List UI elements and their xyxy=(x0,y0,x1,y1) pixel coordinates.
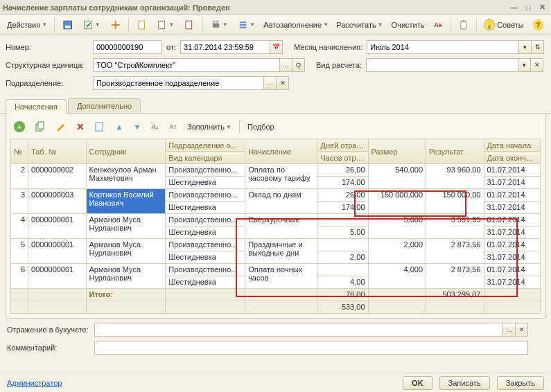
doc3-icon[interactable] xyxy=(180,17,198,33)
list-icon[interactable]: ▼ xyxy=(234,17,259,33)
calctype-dropdown-icon[interactable]: ▾ xyxy=(518,58,531,72)
svg-rect-12 xyxy=(96,123,103,131)
calendar-icon[interactable]: 📅 xyxy=(270,40,283,54)
month-label: Месяц начисления: xyxy=(294,43,362,51)
grid-panel: + ✕ ▲ ▼ A↓ A↑ Заполнить▼ Подбор № Таб. №… xyxy=(6,114,545,319)
calctype-input[interactable] xyxy=(366,58,518,72)
calctype-label: Вид расчета: xyxy=(316,61,362,69)
titlebar: Начисление зарплаты сотрудникам организа… xyxy=(0,0,551,15)
close-button[interactable]: Закрыть xyxy=(497,376,544,390)
select-button[interactable]: Подбор xyxy=(244,119,278,134)
add-icon[interactable]: + xyxy=(10,119,28,134)
save-icon[interactable] xyxy=(59,17,76,33)
comment-label: Комментарий: xyxy=(7,344,90,352)
clear-button[interactable]: Очистить xyxy=(388,17,427,33)
col-hours[interactable]: Часов отра... xyxy=(317,152,368,164)
down-icon[interactable]: ▼ xyxy=(130,119,145,134)
table-row[interactable]: 40000000001Арманов Муса НурлановичПроизв… xyxy=(11,214,541,226)
svg-rect-1 xyxy=(65,25,71,28)
svg-rect-5 xyxy=(186,21,192,29)
tab-additional[interactable]: Дополнительно xyxy=(68,98,141,113)
dept-lookup-icon[interactable]: … xyxy=(264,76,277,90)
dept-input[interactable] xyxy=(93,76,264,90)
minimize-icon[interactable]: — xyxy=(508,2,521,13)
acct-clear-icon[interactable]: ✕ xyxy=(516,323,528,337)
accruals-table[interactable]: № Таб. № Сотрудник Подразделение о... На… xyxy=(10,139,541,314)
edit-icon[interactable] xyxy=(52,119,70,134)
maximize-icon[interactable]: □ xyxy=(522,2,534,13)
fill-menu[interactable]: Заполнить▼ xyxy=(184,119,235,134)
autofill-menu[interactable]: Автозаполнение▼ xyxy=(261,17,331,33)
col-dend[interactable]: Дата оконч... xyxy=(484,152,541,164)
footer-fields: Отражение в бухучете: …✕ Комментарий: xyxy=(0,319,551,363)
bottom-bar: Администратор OK Записать Закрыть xyxy=(0,373,551,392)
date-input[interactable] xyxy=(180,40,270,54)
calc-menu[interactable]: Рассчитать▼ xyxy=(333,17,385,33)
col-n[interactable]: № xyxy=(11,139,28,164)
tab-accruals[interactable]: Начисления xyxy=(6,99,67,114)
up-icon[interactable]: ▲ xyxy=(112,119,127,134)
acct-label: Отражение в бухучете: xyxy=(7,326,90,334)
doc2-icon[interactable]: ▼ xyxy=(153,17,177,33)
sort-desc-icon[interactable]: A↑ xyxy=(166,119,181,134)
doc1-icon[interactable] xyxy=(133,17,150,33)
post-icon[interactable]: ▼ xyxy=(80,17,104,33)
calctype-clear-icon[interactable]: ✕ xyxy=(531,58,543,72)
org-lookup-icon[interactable]: … xyxy=(280,58,292,72)
move-icon[interactable] xyxy=(107,17,124,33)
clipboard-icon[interactable] xyxy=(455,17,472,33)
ak-icon[interactable]: Ак xyxy=(430,17,446,33)
close-icon[interactable]: ✕ xyxy=(536,2,548,13)
totals-hours: 533,00 xyxy=(317,301,368,314)
number-label: Номер: xyxy=(6,43,89,51)
month-spinner-icon[interactable]: ⇅ xyxy=(532,40,544,54)
col-cal[interactable]: Вид календаря xyxy=(166,152,245,164)
col-dstart[interactable]: Дата начала xyxy=(484,139,541,152)
svg-rect-2 xyxy=(84,21,90,28)
copy-row-icon[interactable] xyxy=(31,119,49,134)
col-days[interactable]: Дней отраб... xyxy=(317,139,368,152)
admin-link[interactable]: Администратор xyxy=(7,379,62,387)
month-input[interactable] xyxy=(367,40,519,54)
table-row[interactable]: 50000000001Арманов Муса НурлановичПроизв… xyxy=(11,239,541,251)
svg-rect-6 xyxy=(213,24,219,28)
org-open-icon[interactable]: Q xyxy=(292,58,305,72)
dept-clear-icon[interactable]: ✕ xyxy=(277,76,289,90)
table-row[interactable]: 20000000002Кенжекулов Арман МахметовичПр… xyxy=(11,164,541,177)
help-icon[interactable]: ? xyxy=(530,17,547,33)
print-icon[interactable]: ▼ xyxy=(207,17,231,33)
dept-label: Подразделение: xyxy=(6,79,89,87)
actions-menu[interactable]: Действия▼ xyxy=(4,17,50,33)
acct-input[interactable] xyxy=(94,323,503,337)
month-dropdown-icon[interactable]: ▾ xyxy=(519,40,532,54)
table-row[interactable]: 30000000003Кортиков Василий ИвановичПрои… xyxy=(11,189,541,202)
number-input[interactable] xyxy=(93,40,162,54)
window-title: Начисление зарплаты сотрудникам организа… xyxy=(3,3,230,12)
refresh-icon[interactable] xyxy=(91,119,109,134)
tab-bar: Начисления Дополнительно xyxy=(0,98,551,114)
org-label: Структурная единица: xyxy=(6,61,89,69)
svg-rect-4 xyxy=(159,21,164,28)
svg-rect-3 xyxy=(139,21,145,29)
grid-toolbar: + ✕ ▲ ▼ A↓ A↑ Заполнить▼ Подбор xyxy=(10,118,541,139)
col-tab[interactable]: Таб. № xyxy=(28,139,86,164)
col-dept[interactable]: Подразделение о... xyxy=(166,139,245,152)
ok-button[interactable]: OK xyxy=(403,376,432,390)
svg-rect-11 xyxy=(38,122,44,129)
form-header: Номер: от: 📅 Месяц начисления: ▾⇅ Структ… xyxy=(0,35,551,97)
col-emp[interactable]: Сотрудник xyxy=(86,139,166,164)
col-acc[interactable]: Начисление xyxy=(245,139,317,164)
col-size[interactable]: Размер xyxy=(368,139,426,164)
sort-asc-icon[interactable]: A↓ xyxy=(148,119,163,134)
table-row[interactable]: 60000000001Арманов Муса НурлановичПроизв… xyxy=(11,264,541,276)
save-button[interactable]: Записать xyxy=(439,376,490,390)
from-label: от: xyxy=(166,43,176,51)
totals-label: Итого: xyxy=(86,289,166,301)
org-input[interactable] xyxy=(93,58,280,72)
totals-days: 78,00 xyxy=(317,289,368,301)
col-result[interactable]: Результат xyxy=(426,139,484,164)
acct-lookup-icon[interactable]: … xyxy=(503,323,516,337)
tips-button[interactable]: 💡 Советы xyxy=(481,17,527,33)
comment-input[interactable] xyxy=(94,341,528,355)
delete-icon[interactable]: ✕ xyxy=(73,119,88,134)
